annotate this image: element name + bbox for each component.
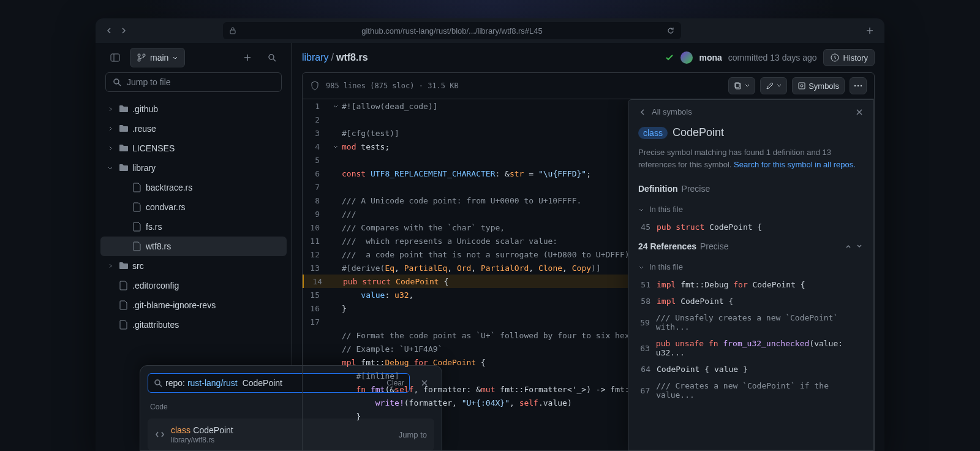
svg-rect-12 — [799, 83, 805, 89]
tree-item--editorconfig[interactable]: .editorconfig — [100, 276, 287, 295]
svg-point-4 — [138, 59, 140, 61]
browser-chrome: github.com/rust-lang/rust/blob/.../libra… — [96, 18, 884, 43]
collapse-sidebar-button[interactable] — [105, 48, 125, 67]
url-bar[interactable]: github.com/rust-lang/rust/blob/.../libra… — [223, 22, 681, 39]
code-viewer[interactable]: 1#![allow(dead_code)]23#[cfg(test)]4mod … — [302, 99, 875, 451]
chevron-down-icon — [777, 83, 782, 88]
search-tree-button[interactable] — [262, 48, 282, 67]
commit-message: committed 13 days ago — [728, 53, 817, 63]
close-panel-button[interactable] — [855, 108, 864, 116]
definition-row[interactable]: 45 pub struct CodePoint { — [628, 219, 873, 235]
jump-placeholder: Jump to file — [127, 77, 171, 87]
tree-item-condvar-rs[interactable]: condvar.rs — [100, 197, 287, 217]
history-button[interactable]: History — [823, 49, 875, 66]
history-icon — [830, 53, 840, 63]
svg-point-8 — [155, 380, 160, 385]
svg-rect-1 — [111, 54, 119, 61]
svg-point-15 — [858, 85, 859, 86]
reference-row[interactable]: 51impl fmt::Debug for CodePoint { — [628, 276, 873, 293]
breadcrumb-file: wtf8.rs — [336, 52, 368, 63]
references-file-group[interactable]: In this file — [628, 257, 873, 276]
reload-icon[interactable] — [666, 26, 675, 35]
shield-icon — [310, 81, 320, 91]
svg-point-13 — [801, 85, 803, 87]
url-text: github.com/rust-lang/rust/blob/.../libra… — [361, 26, 543, 36]
tree-item-LICENSES[interactable]: LICENSES — [100, 138, 287, 158]
tree-item--gitattributes[interactable]: .gitattributes — [100, 315, 287, 335]
check-icon — [665, 53, 674, 63]
code-icon — [155, 430, 165, 439]
back-button[interactable] — [103, 25, 115, 37]
new-tab-button[interactable] — [862, 26, 877, 35]
tree-item-backtrace-rs[interactable]: backtrace.rs — [100, 178, 287, 197]
forward-button[interactable] — [118, 25, 130, 37]
svg-point-16 — [861, 85, 862, 86]
breadcrumb: library/wtf8.rs — [302, 52, 368, 63]
file-tree-sidebar: main Jump to file .github.reuseLICENSESl… — [96, 43, 292, 451]
symbols-panel: All symbols class CodePoint Precise symb… — [628, 99, 874, 450]
author[interactable]: mona — [699, 53, 722, 63]
more-button[interactable] — [850, 77, 867, 94]
branch-name: main — [150, 53, 168, 63]
chevron-down-icon — [638, 264, 644, 270]
tree-item-library[interactable]: library — [100, 158, 287, 178]
svg-point-14 — [854, 85, 856, 86]
breadcrumb-dir[interactable]: library — [302, 52, 329, 63]
file-info-bar: 985 lines (875 sloc) · 31.5 KB Symbols — [302, 72, 875, 99]
all-symbols-link[interactable]: All symbols — [652, 107, 692, 116]
tree-item--github[interactable]: .github — [100, 99, 287, 119]
search-all-repos-link[interactable]: Search for this symbol in all repos. — [734, 160, 856, 169]
branch-selector[interactable]: main — [130, 48, 185, 67]
copy-button[interactable] — [728, 77, 755, 94]
file-stats: 985 lines (875 sloc) · 31.5 KB — [326, 81, 459, 90]
svg-rect-0 — [230, 30, 235, 34]
search-icon — [112, 77, 122, 87]
tree-item-src[interactable]: src — [100, 256, 287, 276]
reference-row[interactable]: 64CodePoint { value } — [628, 361, 873, 377]
svg-point-7 — [114, 79, 119, 84]
avatar[interactable] — [680, 51, 693, 64]
symbol-description: Precise symbol matching has found 1 defi… — [628, 146, 873, 178]
svg-point-5 — [143, 54, 145, 56]
reference-row[interactable]: 58impl CodePoint { — [628, 293, 873, 309]
svg-point-3 — [138, 54, 140, 56]
chevron-down-icon — [745, 83, 750, 88]
definition-file-group[interactable]: In this file — [628, 200, 873, 219]
svg-point-6 — [269, 55, 274, 59]
reference-row[interactable]: 67/// Creates a new `CodePoint` if the v… — [628, 377, 873, 403]
svg-rect-10 — [736, 83, 741, 89]
back-arrow-icon[interactable] — [638, 108, 647, 116]
lock-icon — [229, 27, 236, 34]
reference-row[interactable]: 59/// Unsafely creates a new `CodePoint`… — [628, 309, 873, 335]
search-icon — [153, 378, 163, 388]
tree-item--reuse[interactable]: .reuse — [100, 119, 287, 138]
symbols-button[interactable]: Symbols — [792, 77, 845, 94]
tree-item-fs-rs[interactable]: fs.rs — [100, 217, 287, 237]
next-ref-button[interactable] — [855, 242, 864, 251]
jump-to-file-input[interactable]: Jump to file — [105, 72, 282, 92]
add-file-button[interactable] — [238, 48, 257, 67]
edit-button[interactable] — [760, 77, 787, 94]
prev-ref-button[interactable] — [844, 242, 853, 251]
chevron-down-icon — [638, 207, 644, 213]
reference-row[interactable]: 63pub unsafe fn from_u32_unchecked(value… — [628, 335, 873, 361]
symbol-kind-badge: class — [638, 127, 668, 139]
symbol-name: CodePoint — [673, 126, 724, 139]
chevron-down-icon — [172, 55, 178, 61]
branch-icon — [137, 53, 146, 63]
tree-item-wtf8-rs[interactable]: wtf8.rs — [100, 237, 287, 256]
tree-item--git-blame-ignore-revs[interactable]: .git-blame-ignore-revs — [100, 295, 287, 315]
